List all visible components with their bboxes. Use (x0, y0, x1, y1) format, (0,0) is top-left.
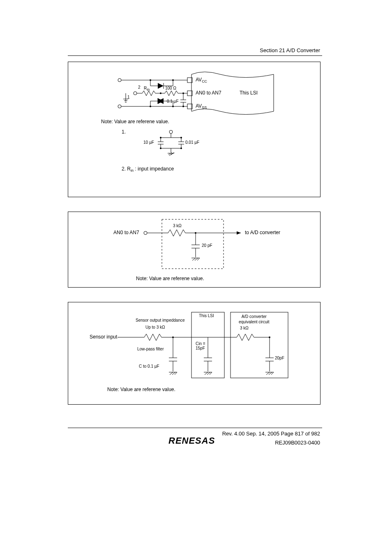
footer-rule (68, 428, 322, 428)
svg-point-40 (169, 130, 173, 134)
figure-1-svg (68, 62, 321, 198)
label-c-to-0.1uf: C to 0.1 µF (139, 364, 159, 368)
page: Section 21 A/D Converter (0, 0, 392, 555)
svg-point-33 (150, 106, 151, 107)
renesas-logo: RENESAS (168, 435, 215, 446)
svg-point-13 (134, 92, 137, 95)
label-0.1uf: 0.1 µF (167, 99, 179, 104)
label-an-range: AN0 to AN7 (113, 230, 139, 235)
label-20pf: 20pF (275, 356, 284, 360)
label-up-to-3k: Up to 3 kΩ (145, 325, 165, 329)
note-1: 1. (122, 129, 126, 135)
section-header: Section 21 A/D Converter (260, 47, 320, 53)
label-avss: AVSS (196, 103, 207, 110)
figure-1: AVCC AN0 to AN7 AVSS This LSI 100 Ω 0.1 … (68, 62, 321, 197)
note-line: Note: Value are referene value. (136, 276, 204, 281)
label-to-adc: to A/D converter (245, 230, 280, 235)
label-10uf: 10 µF (143, 140, 154, 145)
svg-point-17 (160, 92, 161, 94)
label-sensor-output-impedance: Sensor output impeddance (136, 318, 185, 322)
label-low-pass: Low-pass filter (137, 347, 164, 351)
note-2: 2. Rin : input impedance (122, 166, 174, 173)
svg-rect-61 (162, 219, 224, 269)
svg-marker-7 (158, 83, 164, 89)
svg-point-55 (180, 147, 182, 149)
label-0.01uf: 0.01 µF (185, 140, 199, 145)
note-1-marker: 1 (127, 95, 130, 99)
label-this-lsi: This LSI (199, 313, 214, 318)
svg-point-62 (144, 231, 147, 235)
note-line: Note: Value are referene value. (107, 387, 175, 392)
label-an-range: AN0 to AN7 (196, 90, 221, 96)
label-cin: Cin =15pF (196, 341, 205, 350)
figure-3: Sensor input Sensor output impeddance Up… (68, 302, 321, 405)
label-3k: 3 kΩ (173, 223, 182, 228)
svg-point-35 (182, 106, 184, 107)
svg-line-60 (169, 153, 173, 156)
label-sensor-input: Sensor input (90, 334, 117, 340)
note-line: Note: Value are referene value. (101, 119, 169, 124)
footer-rev: Rev. 4.00 Sep. 14, 2005 Page 817 of 982 (222, 431, 320, 437)
label-20pf: 20 pF (202, 243, 212, 248)
svg-point-3 (118, 78, 121, 82)
svg-point-31 (118, 105, 121, 108)
figure-2: AN0 to AN7 3 kΩ 20 pF to A/D converter N… (68, 212, 321, 288)
figure-3-svg (68, 302, 321, 405)
svg-marker-65 (237, 231, 241, 235)
label-this-lsi: This LSI (240, 90, 258, 96)
label-rin: Rin (144, 86, 150, 92)
label-3k: 3 kΩ (240, 326, 249, 330)
label-adc-equiv: A/D converterequivalent circuit (239, 314, 269, 325)
label-100ohm: 100 Ω (165, 86, 176, 90)
note-2-marker: 2 (138, 85, 141, 90)
svg-point-34 (172, 106, 174, 107)
svg-point-54 (160, 147, 161, 149)
label-avcc: AVCC (196, 77, 207, 83)
footer-doc-id: REJ09B0023-0400 (275, 440, 320, 446)
rule (68, 55, 322, 56)
